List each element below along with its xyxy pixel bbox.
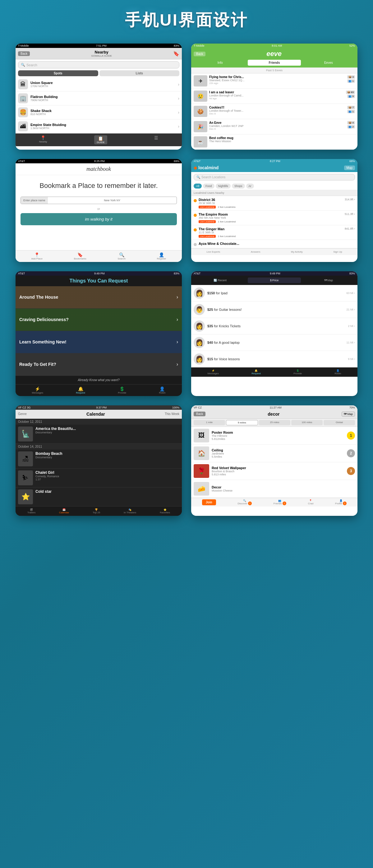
dist-100mi[interactable]: 100 miles [291, 420, 323, 425]
price-tab[interactable]: $ Price [248, 278, 301, 283]
map-button-4[interactable]: Map [344, 165, 355, 170]
list-item[interactable]: ⭐ Cold star [15, 488, 182, 506]
dist-5mi[interactable]: 5 miles [226, 420, 258, 425]
list-item[interactable]: ⛷ Chalet Girl Comedy, Romance 1:37 [15, 468, 182, 488]
search-tab[interactable]: 🔍 Search [118, 252, 126, 260]
list-item[interactable]: 👩 $35 for Knicks Tickets 2 Mi › [191, 318, 358, 335]
search-bar-1[interactable]: 🔍 Search [18, 61, 179, 68]
list-item[interactable]: 🏢 Flatiron Building 790M NORTH › [15, 91, 182, 105]
bookmark-icon[interactable]: 🔖 [173, 51, 179, 57]
genre-label[interactable]: Genre [18, 412, 27, 416]
list-item[interactable]: 🏖 Bombay Beach Documentary [15, 450, 182, 468]
guide-tab[interactable]: 📋 GUIDE [94, 135, 107, 144]
list-item[interactable]: Craving Deliciousness? › [15, 309, 182, 331]
add-place-tab[interactable]: 📍 Add Place [31, 252, 42, 260]
messages-icon: ⚡ [32, 386, 43, 392]
messages-tab-6[interactable]: ⚡ Messages [208, 369, 219, 375]
week-label[interactable]: This Week [165, 412, 179, 416]
calendar-tab[interactable]: 📅 Calendar [59, 508, 69, 514]
dist-global[interactable]: Global [324, 420, 355, 425]
price-value: $25 [207, 308, 213, 311]
back-button-2[interactable]: Back [194, 52, 205, 56]
dist-1mi[interactable]: 1 mile [194, 420, 225, 425]
request-tab[interactable]: 🔔 Request [76, 386, 85, 394]
signup-tab[interactable]: Sign Up [333, 250, 342, 253]
list-item[interactable]: 🧀 Decor Mussion Cheese [191, 480, 358, 498]
profile-tab[interactable]: 👤 Profile 1 [335, 499, 347, 505]
tab-info[interactable]: Info [194, 60, 246, 66]
place-input[interactable]: Enter place name New York NY [21, 197, 177, 204]
request-tab-6[interactable]: 🔔 Request [251, 369, 261, 375]
list-item[interactable]: Learn Something New! › [15, 331, 182, 353]
robin-tab[interactable]: 👤 Robin [159, 386, 165, 394]
list-item[interactable]: 👩 $40 for A good laptop 11 Mi › [191, 335, 358, 351]
filter-food[interactable]: Food [203, 184, 214, 189]
list-item[interactable]: Ready To Get Fit? › [15, 353, 182, 376]
list-item[interactable]: 😢 I am a sad leaver London Borough of Ca… [191, 89, 358, 104]
theaters-tab[interactable]: 🎭 In Theaters [124, 508, 136, 514]
map-icon: 🗺 [324, 279, 327, 282]
search-bar-4[interactable]: 🔍 Search Locations [194, 174, 355, 181]
walking-button[interactable]: im walking by it [21, 213, 177, 225]
favorites-tab[interactable]: ⭐ Favorites [160, 508, 170, 514]
list-item[interactable]: 👨 $25 for Guitar lessons! 21 Mi › [191, 302, 358, 318]
list-item[interactable]: ✈ Flying home for Chris... Stansted, Ess… [191, 73, 358, 89]
filter-ar[interactable]: Ar [246, 184, 254, 189]
live-experts-tab[interactable]: Live Experts [206, 250, 220, 253]
list-item[interactable]: The Ginger Man 11 E 36th St Live Localmi… [191, 225, 358, 240]
live-count: 1 live Localmind [218, 220, 236, 223]
filter-nightlife[interactable]: Nightlife [216, 184, 231, 189]
list-item[interactable]: 👩 $150 for Ipad 63 Mi › [191, 285, 358, 302]
filter-shops[interactable]: Shops [232, 184, 245, 189]
nearby-tab[interactable]: 📍 Nearby [39, 135, 47, 144]
join-button[interactable]: Join [202, 499, 216, 505]
location-dist: 170M NORTH [30, 85, 175, 88]
crad-tab[interactable]: 📍 Crad [308, 499, 313, 505]
list-item[interactable]: Ayza Wine & Chocolate... [191, 240, 358, 248]
input-value[interactable]: New York NY [48, 197, 176, 204]
list-item[interactable]: 👩 $15 for Voice lessons 9 Mi › [191, 351, 358, 367]
live-count: 2 live Localmins [218, 206, 236, 209]
recent-tab[interactable]: 🔄 Recent [194, 278, 246, 283]
list-item[interactable]: 🏠 Ceiling Jardiniere 5.5miles 2 [191, 444, 358, 462]
list-item[interactable]: 🍪 Cookies!!! London Borough of Tower... … [191, 104, 358, 119]
list-item[interactable]: Around The House › [15, 286, 182, 309]
list-item[interactable]: 🖼 Poster Room The Fillmore 5.812miles 1 [191, 427, 358, 444]
list-item[interactable]: District 36 29 W 36th St Live Localmind … [191, 196, 358, 211]
activity-tab[interactable]: My Activity [291, 250, 303, 253]
discover-label: Discover 1 [238, 502, 252, 505]
provide-tab[interactable]: 💲 Provide [118, 386, 126, 394]
list-item[interactable]: 🏙 Empire State Btuiding 1.5KM NORTH › [15, 120, 182, 133]
list-item[interactable]: 🗽 America the Beautifu... Documentary [15, 425, 182, 444]
list-item[interactable]: 🍔 Shake Shack 810 NORTH › [15, 105, 182, 120]
provide-tab-6[interactable]: 💲 Provide [294, 369, 302, 375]
list-item[interactable]: The Empire Room 350 5th Ave New York Liv… [191, 211, 358, 225]
decor-img: 🌹 [194, 464, 209, 478]
favorites-icon: ⭐ [164, 508, 167, 511]
discover-tab[interactable]: 🔍 Discover 1 [238, 499, 252, 505]
tab-lists[interactable]: Lists [99, 70, 180, 76]
map-button-8[interactable]: 🗺 Map [342, 412, 355, 416]
top25-tab[interactable]: 🏆 Top 25 [93, 508, 100, 514]
robin-tab-6[interactable]: 👤 Robin [335, 369, 341, 375]
messages-tab[interactable]: ⚡ Messages [32, 386, 43, 394]
tab-spots[interactable]: Spots [18, 70, 98, 76]
back-button-1[interactable]: Back [18, 51, 30, 56]
map-tab[interactable]: 🗺 Map [302, 278, 355, 283]
dist-25mi[interactable]: 25 miles [259, 420, 290, 425]
back-button-8[interactable]: Back [194, 412, 205, 416]
list-item[interactable]: 🎉 An Eeve Camden, London W1T 2NP Dec 6 📦… [191, 119, 358, 134]
list-item[interactable]: ☕ Best coffee mug The Hero Mission [191, 134, 358, 150]
list-item[interactable]: 🏛 Union Square 170M NORTH › [15, 78, 182, 91]
answers-tab[interactable]: Answers [251, 250, 261, 253]
chevron-right-icon: › [176, 362, 178, 367]
friends-tab[interactable]: 👥 Friends 1 [274, 499, 286, 505]
tab-eeves[interactable]: Eeves [302, 60, 355, 66]
bookmarks-tab[interactable]: 🔖 Bookmarks [74, 252, 87, 260]
list-tab[interactable]: ☰ [154, 135, 158, 144]
filter-all[interactable]: All [194, 184, 202, 189]
tab-friends[interactable]: Friends [248, 60, 301, 66]
register-tab[interactable]: 👤 Register [157, 252, 166, 260]
list-item[interactable]: 🌹 Red Velvet Wallpaper Bourbon & Brasch … [191, 462, 358, 480]
trailers-tab[interactable]: 🎬 Trailers [27, 508, 35, 514]
